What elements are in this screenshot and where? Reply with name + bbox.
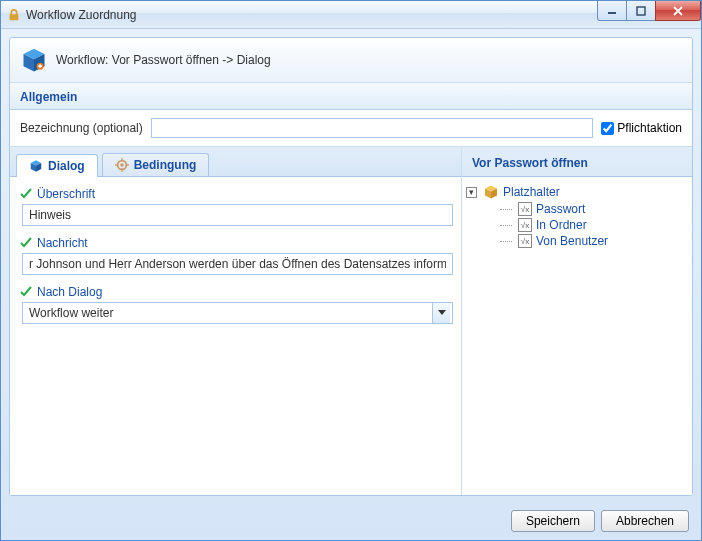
content-area: Workflow: Vor Passwort öffnen -> Dialog … <box>1 29 701 504</box>
variable-icon: √x <box>518 234 532 248</box>
tree-children: √x Passwort √x In Ordner √x <box>478 201 688 249</box>
tab-dialog[interactable]: Dialog <box>16 154 98 177</box>
check-icon <box>20 188 32 200</box>
tab-bedingung-label: Bedingung <box>134 158 197 172</box>
window-controls <box>598 1 701 21</box>
bezeichnung-input[interactable] <box>151 118 594 138</box>
pflicht-label: Pflichtaktion <box>617 121 682 135</box>
tree-item-passwort[interactable]: √x Passwort <box>500 201 688 217</box>
ueberschrift-input[interactable] <box>22 204 453 226</box>
workflow-header: Workflow: Vor Passwort öffnen -> Dialog <box>10 38 692 83</box>
bezeichnung-label: Bezeichnung (optional) <box>20 121 143 135</box>
tree-item-vonbenutzer[interactable]: √x Von Benutzer <box>500 233 688 249</box>
field-nach-dialog: Nach Dialog <box>20 285 451 324</box>
left-column: Dialog Bedingung <box>10 147 462 495</box>
nach-dialog-value[interactable] <box>22 302 453 324</box>
columns: Dialog Bedingung <box>10 147 692 495</box>
tree-item-label: Passwort <box>536 202 585 216</box>
titlebar: Workflow Zuordnung <box>1 1 701 29</box>
nach-dialog-select[interactable] <box>20 302 451 324</box>
svg-rect-7 <box>39 64 41 68</box>
nach-dialog-label: Nach Dialog <box>37 285 102 299</box>
tree-root-label: Platzhalter <box>503 185 560 199</box>
svg-text:√x: √x <box>521 237 529 246</box>
cancel-button[interactable]: Abbrechen <box>601 510 689 532</box>
nachricht-label: Nachricht <box>37 236 88 250</box>
tabstrip: Dialog Bedingung <box>10 147 461 177</box>
svg-text:√x: √x <box>521 205 529 214</box>
tab-bedingung[interactable]: Bedingung <box>102 153 210 176</box>
dropdown-button[interactable] <box>432 303 450 323</box>
check-icon <box>20 286 32 298</box>
right-column: Vor Passwort öffnen ▾ Platzhalter <box>462 147 692 495</box>
tree-item-inordner[interactable]: √x In Ordner <box>500 217 688 233</box>
pflicht-wrapper: Pflichtaktion <box>601 121 682 135</box>
gear-icon <box>115 158 129 172</box>
tree: ▾ Platzhalter √x <box>462 177 692 495</box>
pflicht-checkbox[interactable] <box>601 122 614 135</box>
svg-point-12 <box>120 163 124 167</box>
check-icon <box>20 237 32 249</box>
cube-icon <box>20 46 48 74</box>
tree-connector <box>500 225 512 226</box>
tree-item-label: Von Benutzer <box>536 234 608 248</box>
tree-item-label: In Ordner <box>536 218 587 232</box>
lock-icon <box>7 8 21 22</box>
cube-small-icon <box>29 159 43 173</box>
variable-icon: √x <box>518 218 532 232</box>
variable-icon: √x <box>518 202 532 216</box>
tree-connector <box>500 209 512 210</box>
tab-body: Überschrift Nachricht <box>10 177 461 495</box>
box-icon <box>483 184 499 200</box>
maximize-button[interactable] <box>626 1 656 21</box>
chevron-down-icon <box>438 310 446 316</box>
workflow-label: Workflow: Vor Passwort öffnen -> Dialog <box>56 53 271 67</box>
svg-rect-1 <box>637 7 645 15</box>
tab-dialog-label: Dialog <box>48 159 85 173</box>
close-button[interactable] <box>655 1 701 21</box>
svg-rect-0 <box>608 12 616 14</box>
section-allgemein-title: Allgemein <box>10 83 692 110</box>
nachricht-input[interactable] <box>22 253 453 275</box>
footer: Speichern Abbrechen <box>511 510 689 532</box>
field-nachricht: Nachricht <box>20 236 451 275</box>
window-title: Workflow Zuordnung <box>26 8 137 22</box>
platzhalter-title: Vor Passwort öffnen <box>462 147 692 177</box>
form-row-bezeichnung: Bezeichnung (optional) Pflichtaktion <box>10 110 692 147</box>
main-panel: Workflow: Vor Passwort öffnen -> Dialog … <box>9 37 693 496</box>
svg-text:√x: √x <box>521 221 529 230</box>
tree-root[interactable]: ▾ Platzhalter <box>466 183 688 201</box>
field-ueberschrift: Überschrift <box>20 187 451 226</box>
save-button[interactable]: Speichern <box>511 510 595 532</box>
ueberschrift-label: Überschrift <box>37 187 95 201</box>
minimize-button[interactable] <box>597 1 627 21</box>
tree-connector <box>500 241 512 242</box>
collapse-icon[interactable]: ▾ <box>466 187 477 198</box>
window: Workflow Zuordnung Workflow: Vor Passwor… <box>0 0 702 541</box>
